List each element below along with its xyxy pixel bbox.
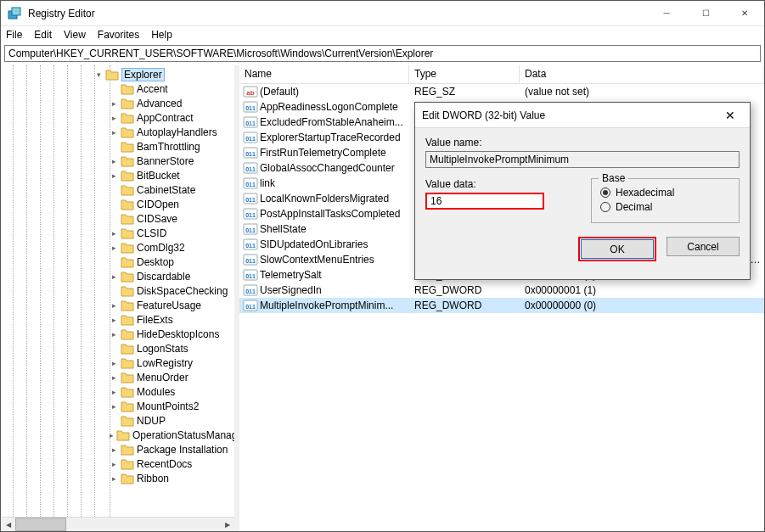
tree-item[interactable]: ▸LowRegistry [94, 356, 234, 370]
address-bar[interactable]: Computer\HKEY_CURRENT_USER\SOFTWARE\Micr… [4, 45, 761, 62]
expander-icon[interactable]: ▸ [110, 244, 118, 252]
menu-file[interactable]: File [6, 29, 22, 41]
folder-icon [121, 184, 134, 196]
tree-item[interactable]: ▸OperationStatusManager [94, 428, 234, 442]
scroll-right-button[interactable]: ▶ [220, 518, 234, 532]
radio-hexadecimal[interactable]: Hexadecimal [600, 187, 730, 199]
dialog-titlebar[interactable]: Edit DWORD (32-bit) Value ✕ [415, 103, 750, 128]
tree-item[interactable]: BamThrottling [94, 139, 234, 154]
tree-item[interactable]: ▸MenuOrder [94, 370, 234, 384]
scroll-left-button[interactable]: ◀ [1, 518, 15, 532]
tree-scroll[interactable]: ▾ExplorerAccent▸Advanced▸AppContract▸Aut… [1, 65, 234, 517]
svg-text:011: 011 [245, 304, 256, 310]
minimize-button[interactable]: ─ [647, 1, 686, 25]
svg-text:011: 011 [245, 120, 256, 126]
expander-icon[interactable]: ▸ [110, 171, 118, 180]
tree-item[interactable]: Accent [94, 81, 234, 96]
tree-item[interactable]: ▸HideDesktopIcons [94, 327, 234, 341]
tree-item[interactable]: ▸FeatureUsage [94, 298, 234, 312]
value-name: UserSignedIn [260, 284, 409, 296]
tree-item[interactable]: ▸FileExts [94, 312, 234, 327]
tree-item[interactable]: CIDSave [94, 211, 234, 226]
tree-item[interactable]: ▸Discardable [94, 269, 234, 283]
tree-item[interactable]: ▾Explorer [94, 67, 234, 81]
tree-item-label: HideDesktopIcons [137, 328, 219, 340]
tree-item[interactable]: NDUP [94, 413, 234, 428]
svg-text:011: 011 [245, 166, 256, 172]
expander-icon[interactable]: ▸ [110, 402, 118, 411]
scroll-thumb[interactable] [15, 518, 66, 531]
folder-icon [121, 415, 134, 427]
expander-icon[interactable]: ▸ [110, 445, 118, 454]
expander-icon[interactable]: ▸ [110, 229, 118, 238]
expander-icon[interactable]: ▸ [110, 330, 118, 339]
maximize-button[interactable]: ☐ [686, 1, 725, 25]
tree-item[interactable]: ▸Advanced [94, 96, 234, 110]
list-row[interactable]: ab(Default)REG_SZ(value not set) [239, 84, 764, 99]
value-name: ExcludedFromStableAnaheim... [260, 116, 409, 128]
folder-icon [121, 155, 134, 167]
menu-edit[interactable]: Edit [34, 29, 52, 41]
list-row[interactable]: 011UserSignedInREG_DWORD0x00000001 (1) [239, 283, 764, 298]
menu-favorites[interactable]: Favorites [98, 29, 139, 41]
tree-item[interactable]: LogonStats [94, 341, 234, 356]
close-button[interactable]: ✕ [725, 1, 764, 25]
cancel-button[interactable]: Cancel [667, 237, 740, 256]
expander-icon[interactable]: ▸ [110, 114, 118, 122]
expander-icon[interactable]: ▸ [110, 272, 118, 281]
tree-item[interactable]: ▸Ribbon [94, 471, 234, 485]
col-header-data[interactable]: Data [520, 65, 764, 83]
tree-item[interactable]: ▸Package Installation [94, 442, 234, 456]
folder-icon [121, 314, 134, 326]
tree-item[interactable]: ▸ComDlg32 [94, 240, 234, 255]
expander-icon[interactable]: ▸ [110, 388, 118, 396]
folder-icon [121, 199, 134, 210]
expander-icon[interactable]: ▸ [110, 373, 118, 382]
tree-item[interactable]: CIDOpen [94, 197, 234, 211]
tree-item-label: MenuOrder [137, 372, 188, 384]
expander-icon[interactable]: ▸ [110, 301, 118, 310]
tree-item-label: NDUP [137, 415, 166, 427]
folder-icon [121, 98, 134, 109]
tree-item-label: OperationStatusManager [132, 429, 234, 441]
menu-help[interactable]: Help [151, 29, 172, 41]
tree-item[interactable]: ▸MountPoints2 [94, 399, 234, 413]
scroll-track[interactable] [15, 518, 220, 531]
expander-icon[interactable]: ▾ [94, 70, 103, 79]
tree-item[interactable]: Desktop [94, 255, 234, 269]
expander-icon[interactable]: ▸ [110, 157, 118, 165]
ok-button[interactable]: OK [581, 239, 654, 259]
radio-decimal[interactable]: Decimal [600, 201, 730, 213]
tree-item-label: ComDlg32 [137, 242, 185, 254]
tree-item[interactable]: DiskSpaceChecking [94, 283, 234, 298]
value-name-input[interactable] [425, 151, 740, 168]
value-data-input[interactable] [425, 193, 544, 210]
tree-item[interactable]: ▸BitBucket [94, 168, 234, 182]
tree-h-scrollbar[interactable]: ◀ ▶ [1, 517, 234, 531]
expander-icon[interactable]: ▸ [110, 474, 118, 483]
tree-item[interactable]: CabinetState [94, 182, 234, 197]
tree-item-label: CLSID [137, 227, 166, 239]
menu-view[interactable]: View [64, 29, 86, 41]
value-name: ExplorerStartupTraceRecorded [260, 132, 409, 143]
tree-item[interactable]: ▸CLSID [94, 226, 234, 240]
value-type-icon: 011 [243, 253, 258, 266]
expander-icon[interactable]: ▸ [110, 99, 118, 108]
dialog-close-icon[interactable]: ✕ [717, 109, 743, 122]
tree-item[interactable]: ▸Modules [94, 384, 234, 399]
tree-item[interactable]: ▸AutoplayHandlers [94, 125, 234, 139]
expander-icon[interactable]: ▸ [110, 128, 118, 137]
expander-icon[interactable]: ▸ [110, 359, 118, 367]
list-row[interactable]: 011MultipleInvokePromptMinim...REG_DWORD… [239, 298, 764, 313]
radio-icon [600, 202, 610, 212]
expander-icon[interactable]: ▸ [110, 460, 118, 468]
regedit-icon [8, 7, 21, 20]
tree-item[interactable]: ▸RecentDocs [94, 456, 234, 471]
expander-icon[interactable]: ▸ [110, 431, 114, 440]
col-header-type[interactable]: Type [409, 65, 520, 83]
folder-icon [121, 300, 134, 311]
tree-item[interactable]: ▸BannerStore [94, 154, 234, 168]
tree-item[interactable]: ▸AppContract [94, 110, 234, 125]
col-header-name[interactable]: Name [239, 65, 409, 83]
expander-icon[interactable]: ▸ [110, 316, 118, 324]
